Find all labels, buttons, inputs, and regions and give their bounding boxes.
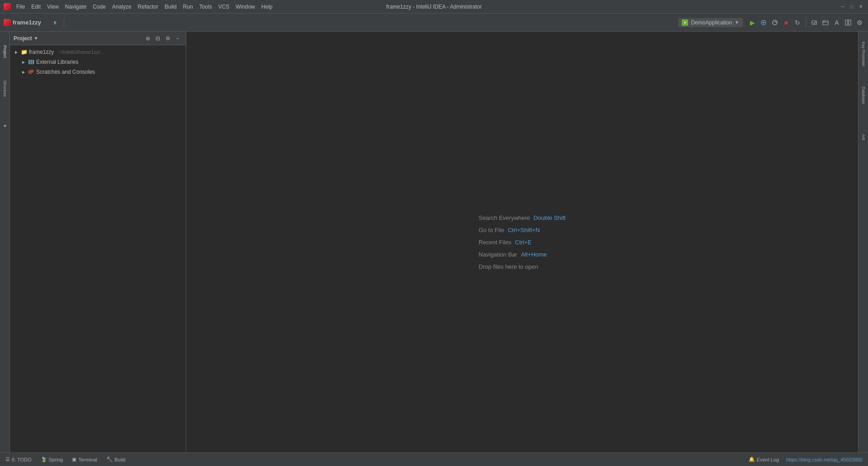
app-icon [4,3,11,10]
hint-drop-files: Drop files here to open [479,263,566,270]
status-bar-right: 🔔 Event Log https://blog.csdn.net/qq_456… [747,456,864,463]
svg-rect-9 [28,60,30,64]
hint-label-nav: Navigation Bar [479,251,517,258]
close-panel-button[interactable]: − [173,34,182,43]
hint-navigation-bar: Navigation Bar Alt+Home [479,251,566,258]
tree-item-external-libraries[interactable]: ▶ External Libraries [10,57,186,67]
menu-vcs[interactable]: VCS [216,3,232,11]
toolbar-separator-2 [806,18,806,28]
status-terminal[interactable]: ▣ Terminal [70,456,99,463]
menu-file[interactable]: File [14,3,28,11]
coverage-button[interactable] [770,18,780,28]
add-to-project-button[interactable]: ⊕ [143,34,152,43]
tree-item-scratches-and-consoles[interactable]: ▶ Scratches and Consoles [10,67,186,77]
menu-refactor[interactable]: Refactor [135,3,161,11]
reload-button[interactable]: ↻ [793,18,802,28]
hint-shortcut-goto[interactable]: Ctrl+Shift+N [508,227,540,233]
svg-rect-7 [845,20,848,25]
right-tab-key-promoter[interactable]: Key Promoter [859,33,868,74]
status-todo[interactable]: ☰ 6: TODO [4,456,33,463]
menu-window[interactable]: Window [233,3,258,11]
event-log-icon: 🔔 [749,456,755,462]
project-tree: ▶ 📁 frame1zzy ~/IntelliJ/frame1zy/... ▶ … [10,45,186,452]
terminal-label: Terminal [78,457,97,462]
hint-shortcut-recent[interactable]: Ctrl+E [515,239,531,246]
run-config-dropdown[interactable]: DemoApplication ▼ [678,18,743,27]
svg-rect-6 [823,21,828,25]
run-config-icon [682,19,688,26]
tree-label-external-libraries: External Libraries [36,59,78,65]
collapse-all-button[interactable]: ⊟ [153,34,162,43]
menu-help[interactable]: Help [259,3,275,11]
menu-edit[interactable]: Edit [28,3,43,11]
hint-label-recent: Recent Files [479,239,511,246]
settings-button[interactable]: ⚙ [854,18,864,28]
tree-item-frame1zzy[interactable]: ▶ 📁 frame1zzy ~/IntelliJ/frame1zy/... [10,47,186,57]
build-icon: 🔨 [106,456,113,462]
panel-settings-button[interactable]: ⚙ [163,34,172,43]
todo-icon: ☰ [5,456,10,462]
main-layout: Project Structure ★ Project ▼ ⊕ ⊟ ⚙ − ▶ [0,32,868,452]
menu-code[interactable]: Code [90,3,108,11]
editor-area: Search Everywhere Double Shift Go to Fil… [186,32,858,452]
sidebar-item-structure[interactable]: Structure [0,71,9,107]
right-tab-database[interactable]: Database [859,75,868,116]
spring-icon: 🍃 [41,456,47,462]
library-icon [28,59,34,65]
toolbar: frame1zzy DemoApplication ▼ ▶ ■ ↻ A ⚙ [0,14,868,32]
tree-arrow-frame1zzy: ▶ [14,49,19,55]
folder-icon-frame1zzy: 📁 [21,49,27,55]
panel-title[interactable]: Project ▼ [14,35,38,42]
close-button[interactable]: ✕ [857,3,864,10]
back-button[interactable] [50,18,60,28]
stop-button[interactable]: ■ [781,18,791,28]
svg-rect-11 [33,60,34,64]
hint-go-to-file: Go to File Ctrl+Shift+N [479,227,566,233]
todo-label: 6: TODO [12,457,32,462]
tree-label-scratches: Scratches and Consoles [36,69,95,75]
status-bar: ☰ 6: TODO 🍃 Spring ▣ Terminal 🔨 Build 🔔 … [0,452,868,466]
tree-arrow-external-libraries: ▶ [21,59,26,65]
hint-shortcut-nav[interactable]: Alt+Home [521,251,547,258]
scratch-icon [28,69,34,75]
menu-build[interactable]: Build [162,3,179,11]
panel-title-label: Project [14,35,32,42]
layout-button[interactable] [843,18,853,28]
toolbar-separator-1 [64,18,64,28]
sidebar-item-bookmarks[interactable]: ★ [0,108,9,144]
tree-path-frame1zzy: ~/IntelliJ/frame1zy/... [58,49,104,55]
menu-view[interactable]: View [44,3,61,11]
svg-rect-8 [849,20,851,25]
status-build[interactable]: 🔨 Build [104,456,127,463]
left-activity-bar: Project Structure ★ [0,32,10,452]
svg-point-15 [32,71,33,71]
status-spring[interactable]: 🍃 Spring [39,456,65,463]
project-name: frame1zzy [13,19,41,26]
menu-tools[interactable]: Tools [197,3,215,11]
right-tab-ant[interactable]: Ant [859,117,868,157]
run-button[interactable]: ▶ [747,18,757,28]
status-url-text: https://blog.csdn.net/qq_45603855 [786,457,863,462]
toolbar-right: ▶ ■ ↻ A ⚙ [747,18,864,28]
menu-bar: File Edit View Navigate Code Analyze Ref… [14,3,275,11]
minimize-button[interactable]: ─ [839,3,846,10]
app-toolbar-icon [4,19,11,26]
right-activity-bar: Key Promoter Database Ant [858,32,868,452]
hint-shortcut-search[interactable]: Double Shift [533,214,566,221]
hint-search-everywhere: Search Everywhere Double Shift [479,214,566,221]
spring-label: Spring [49,457,63,462]
sidebar-item-project[interactable]: Project [0,33,9,70]
menu-run[interactable]: Run [180,3,196,11]
translate-button[interactable]: A [832,18,842,28]
menu-analyze[interactable]: Analyze [109,3,134,11]
menu-navigate[interactable]: Navigate [62,3,89,11]
panel-title-dropdown: ▼ [34,36,38,41]
maximize-button[interactable]: □ [848,3,855,10]
status-url[interactable]: https://blog.csdn.net/qq_45603855 [784,456,864,463]
open-in-finder-button[interactable] [821,18,830,28]
run-config-arrow: ▼ [735,20,739,25]
project-panel-header: Project ▼ ⊕ ⊟ ⚙ − [10,32,186,45]
event-log-button[interactable]: 🔔 Event Log [747,456,781,463]
debug-button[interactable] [759,18,769,28]
build-dropdown-button[interactable] [809,18,819,28]
